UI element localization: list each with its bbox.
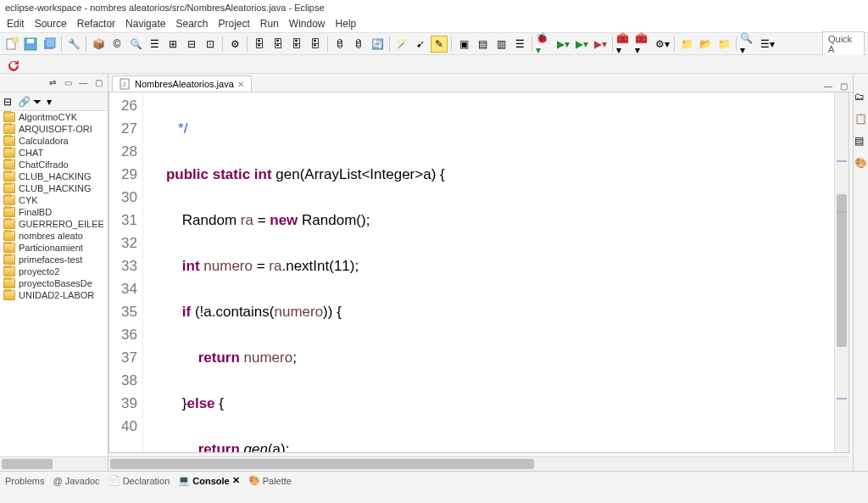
struct2-icon[interactable]: ⊞	[164, 36, 181, 53]
project-item[interactable]: Calculadora	[0, 135, 108, 147]
folder-icon	[3, 254, 15, 265]
box3-icon[interactable]: ▥	[492, 36, 509, 53]
tab-javadoc[interactable]: @ Javadoc	[53, 476, 99, 486]
menu-refactor[interactable]: Refactor	[77, 18, 115, 30]
folder-icon	[3, 112, 15, 122]
folder-icon	[3, 136, 15, 146]
folder-icon	[3, 124, 15, 134]
gear-icon[interactable]: ⚙▾	[654, 36, 670, 53]
tab-close-icon[interactable]: ✕	[232, 475, 240, 486]
highlight-icon[interactable]: ✎	[431, 36, 448, 53]
menu-search[interactable]: Search	[175, 18, 208, 30]
project-item[interactable]: nombres aleato	[0, 230, 108, 242]
build-icon[interactable]: 🧰▾	[616, 36, 633, 53]
folder-icon	[3, 207, 15, 217]
project-item[interactable]: CLUB_HACKING	[0, 182, 108, 194]
srv3-icon[interactable]: 🗄	[288, 36, 305, 53]
project-item[interactable]: CYK	[0, 194, 108, 206]
project-item[interactable]: ChatCifrado	[0, 159, 108, 170]
editor-tab[interactable]: J NombresAleatorios.java ✕	[112, 75, 252, 92]
editor-vscroll[interactable]	[834, 92, 849, 452]
wand-icon[interactable]: 🪄	[393, 36, 410, 53]
project-item[interactable]: Particionamient	[0, 242, 108, 254]
editor-hscroll[interactable]	[108, 456, 849, 471]
switch-icon[interactable]: 🔧	[65, 36, 82, 53]
props-icon[interactable]: ▤	[854, 135, 868, 148]
menu-window[interactable]: Window	[289, 18, 326, 30]
save-all-icon[interactable]	[41, 36, 58, 53]
fld1-icon[interactable]: 📁	[678, 36, 695, 53]
collapse-icon[interactable]: ▭	[62, 77, 74, 89]
project-item[interactable]: CHAT	[0, 147, 108, 159]
minimize-icon[interactable]: —	[77, 77, 89, 89]
pkg-icon[interactable]: 📦	[90, 36, 107, 53]
project-item[interactable]: ARQUISOFT-ORI	[0, 123, 108, 135]
project-item[interactable]: UNIDAD2-LABOR	[0, 289, 108, 301]
box1-icon[interactable]: ▣	[455, 36, 472, 53]
box4-icon[interactable]: ☰	[511, 36, 528, 53]
tab-problems[interactable]: Problems	[5, 476, 44, 486]
project-explorer: ⇄ ▭ — ▢ ⊟ 🔗 ⏷ ▾ AlgoritmoCYK ARQUISOFT-O…	[0, 74, 108, 471]
project-item[interactable]: CLUB_HACKING	[0, 170, 108, 182]
project-item[interactable]: AlgoritmoCYK	[0, 111, 108, 123]
editor-minimize-icon[interactable]: —	[822, 80, 834, 92]
struct3-icon[interactable]: ⊟	[183, 36, 200, 53]
project-item[interactable]: FinalBD	[0, 206, 108, 218]
explorer-toolbar: ⊟ 🔗 ⏷ ▾	[0, 92, 108, 111]
filter-icon[interactable]: ⏷	[32, 96, 44, 108]
menu-help[interactable]: Help	[336, 18, 357, 30]
editor-maximize-icon[interactable]: ▢	[837, 80, 849, 92]
class-icon[interactable]: ©	[108, 36, 125, 53]
tab-close-icon[interactable]: ✕	[237, 80, 244, 89]
fld2-icon[interactable]: 📂	[697, 36, 714, 53]
ext-run-icon[interactable]: ▶▾	[592, 36, 609, 53]
open-type-icon[interactable]: 🔍	[127, 36, 144, 53]
refresh-icon[interactable]	[5, 58, 22, 75]
project-item[interactable]: proyectoBasesDe	[0, 277, 108, 289]
refr-icon[interactable]: 🔄	[369, 36, 386, 53]
filter-icon[interactable]: ☰▾	[759, 36, 776, 53]
menu-project[interactable]: Project	[218, 18, 249, 30]
tab-console[interactable]: 💻 Console ✕	[178, 475, 239, 486]
tab-declaration[interactable]: 📄 Declaration	[108, 475, 170, 486]
outline-icon[interactable]: 🗂	[854, 91, 868, 104]
project-item[interactable]: primefaces-test	[0, 254, 108, 265]
menu-navigate[interactable]: Navigate	[125, 18, 165, 30]
tab-palette[interactable]: 🎨 Palette	[248, 475, 292, 486]
coverage-icon[interactable]: ▶▾	[573, 36, 590, 53]
toolbar-separator	[327, 36, 328, 52]
save-icon[interactable]	[22, 36, 39, 53]
srv2-icon[interactable]: 🗄	[270, 36, 287, 53]
menu-edit[interactable]: Edit	[7, 18, 25, 30]
link-icon[interactable]: 🔗	[18, 96, 30, 108]
view-menu-icon[interactable]: ▾	[47, 96, 58, 108]
status-bar	[0, 489, 868, 503]
maximize-icon[interactable]: ▢	[92, 77, 104, 89]
code-pane[interactable]: */ public static int gen(ArrayList<Integ…	[143, 92, 834, 452]
palette-icon[interactable]: 🎨	[854, 157, 868, 170]
search-icon[interactable]: 🔍▾	[740, 36, 757, 53]
debug-icon[interactable]: 🐞▾	[536, 36, 553, 53]
struct4-icon[interactable]: ⊡	[202, 36, 219, 53]
collapse-all-icon[interactable]: ⊟	[3, 96, 15, 108]
db-icon[interactable]: 🛢	[331, 36, 348, 53]
srv1-icon[interactable]: 🗄	[251, 36, 268, 53]
project-item[interactable]: proyecto2	[0, 265, 108, 277]
build2-icon[interactable]: 🧰▾	[635, 36, 652, 53]
explorer-hscroll[interactable]	[0, 456, 108, 471]
run-icon[interactable]: ▶▾	[554, 36, 571, 53]
box2-icon[interactable]: ▤	[474, 36, 491, 53]
new-icon[interactable]	[3, 36, 20, 53]
tasks-icon[interactable]: 📋	[854, 113, 868, 126]
project-item[interactable]: GUERRERO_EILEE	[0, 218, 108, 230]
struct-icon[interactable]: ☰	[146, 36, 163, 53]
link-editor-icon[interactable]: ⇄	[47, 77, 58, 89]
menu-run[interactable]: Run	[260, 18, 279, 30]
quick-access-input[interactable]: Quick A	[822, 31, 865, 57]
ws-icon[interactable]: ⚙	[226, 36, 243, 53]
menu-source[interactable]: Source	[35, 18, 67, 30]
db2-icon[interactable]: 🛢	[350, 36, 367, 53]
srv4-icon[interactable]: 🗄	[307, 36, 324, 53]
cursor-icon[interactable]: ➹	[412, 36, 429, 53]
fld3-icon[interactable]: 📁	[715, 36, 732, 53]
